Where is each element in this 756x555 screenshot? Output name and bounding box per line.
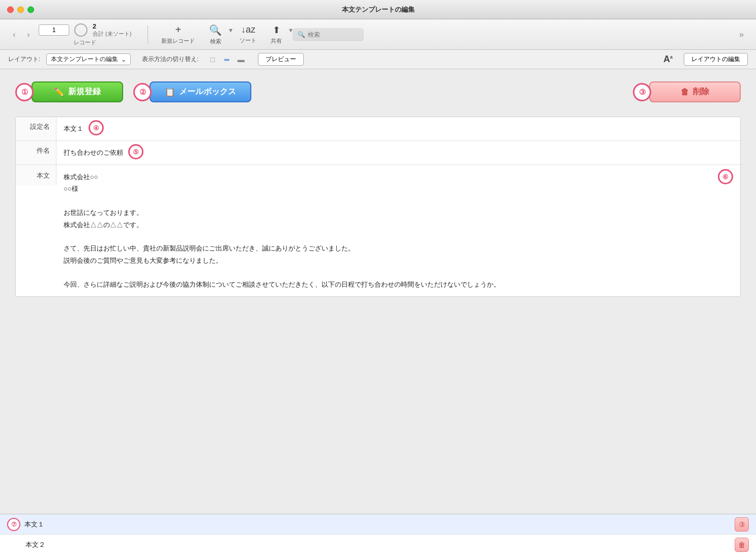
honbun-value: 株式会社○○ ○○様 お世話になっております。 株式会社△△の△△です。 さて、… — [64, 171, 713, 290]
share-icon: ⬆ — [273, 24, 280, 36]
list-item-1-delete-button[interactable]: ③ — [735, 517, 749, 532]
edit-layout-button[interactable]: レイアウトの編集 — [684, 53, 748, 66]
nav-prev-button[interactable]: ‹ — [8, 29, 20, 41]
view-table-button[interactable]: ▬ — [236, 54, 247, 65]
record-circle — [74, 23, 88, 37]
list-item-2[interactable]: 本文２ 🗑 — [0, 535, 756, 555]
share-label: 共有 — [271, 37, 282, 45]
honbun-label: 本文 — [16, 165, 56, 185]
badge-1: ① — [15, 83, 34, 101]
new-register-wrap: ① ✏️ 新規登録 — [15, 81, 123, 102]
field-badge-6: ⑥ — [718, 169, 733, 184]
honbun-value-cell: 株式会社○○ ○○様 お世話になっております。 株式会社△△の△△です。 さて、… — [56, 165, 740, 296]
new-record-label: 新規レコード — [161, 37, 195, 45]
share-button[interactable]: ⬆ 共有 — [264, 22, 289, 47]
search-icon: 🔍 — [209, 24, 222, 36]
sort-label: ソート — [240, 37, 256, 44]
layout-select-button[interactable]: 本文テンプレートの編集 ⌄ — [46, 53, 131, 65]
more-button[interactable]: » — [735, 28, 748, 41]
search-button[interactable]: 🔍 検索 — [202, 22, 229, 47]
badge-2: ② — [133, 83, 152, 101]
list-item-1-label: 本文１ — [24, 520, 735, 529]
kenmei-value-cell: 打ち合わせのご依頼 ⑤ — [56, 141, 740, 164]
trash-icon-small: ③ — [739, 520, 745, 529]
form-row-setsumeimei: 設定名 本文１ ④ — [16, 117, 740, 141]
view-list-button[interactable]: ═ — [221, 54, 232, 65]
preview-label: プレビュー — [266, 55, 296, 63]
setsumeimei-value: 本文１ — [64, 122, 83, 135]
toolbar-nav: ‹ › — [8, 29, 35, 41]
title-bar: 本文テンプレートの編集 — [0, 0, 756, 19]
layout-select-value: 本文テンプレートの編集 — [51, 55, 118, 64]
list-item-2-delete-button[interactable]: 🗑 — [735, 538, 749, 552]
preview-button[interactable]: プレビュー — [258, 53, 304, 66]
search-input[interactable] — [308, 31, 359, 38]
layout-bar: レイアウト: 本文テンプレートの編集 ⌄ 表示方法の切り替え: □ ═ ▬ プレ… — [0, 50, 756, 69]
new-register-label: 新規登録 — [68, 87, 101, 97]
delete-button[interactable]: 🗑 削除 — [649, 81, 741, 102]
trash-icon-small-2: 🗑 — [738, 541, 745, 549]
minimize-button[interactable] — [17, 6, 24, 13]
record-count-label: 合計 (未ソート) — [93, 30, 131, 38]
record-section: 2 合計 (未ソート) レコード — [39, 22, 131, 46]
window-controls — [7, 6, 34, 13]
form-section: 設定名 本文１ ④ 件名 打ち合わせのご依頼 ⑤ 本文 株式会社○○ ○○様 お… — [15, 117, 741, 297]
record-section-label: レコード — [74, 39, 96, 46]
badge-3: ③ — [633, 83, 651, 101]
search-dropdown-icon[interactable]: ▾ — [229, 26, 232, 34]
search-label: 検索 — [210, 38, 221, 45]
kenmei-value: 打ち合わせのご依頼 — [64, 146, 123, 159]
list-item-2-label: 本文２ — [25, 540, 735, 549]
window-title: 本文テンプレートの編集 — [342, 5, 415, 14]
plus-icon: + — [176, 24, 182, 36]
view-form-button[interactable]: □ — [207, 54, 218, 65]
list-item-badge-7: ⑦ — [7, 518, 20, 531]
sort-button[interactable]: ↓az ソート — [232, 22, 264, 46]
mailbox-wrap: ② 📋 メールボックス — [133, 81, 251, 102]
maximize-button[interactable] — [27, 6, 34, 13]
edit-layout-label: レイアウトの編集 — [691, 55, 740, 63]
mailbox-label: メールボックス — [179, 87, 236, 97]
form-row-kenmei: 件名 打ち合わせのご依頼 ⑤ — [16, 141, 740, 165]
mailbox-icon: 📋 — [165, 87, 175, 97]
sort-icon: ↓az — [241, 24, 255, 35]
layout-label: レイアウト: — [8, 55, 40, 64]
main-content: ① ✏️ 新規登録 ② 📋 メールボックス ③ 🗑 削除 — [0, 69, 756, 358]
field-badge-4: ④ — [89, 120, 104, 135]
field-badge-5: ⑤ — [128, 144, 143, 159]
new-register-button[interactable]: ✏️ 新規登録 — [32, 81, 123, 102]
setsumeimei-label: 設定名 — [16, 117, 56, 141]
form-row-honbun: 本文 株式会社○○ ○○様 お世話になっております。 株式会社△△の△△です。 … — [16, 165, 740, 296]
layout-select-chevron: ⌄ — [121, 56, 126, 63]
action-buttons: ① ✏️ 新規登録 ② 📋 メールボックス ③ 🗑 削除 — [15, 81, 741, 102]
pencil-icon: ✏️ — [54, 87, 64, 97]
delete-wrap: ③ 🗑 削除 — [633, 81, 741, 102]
view-switch-label: 表示方法の切り替え: — [142, 55, 198, 64]
list-item-1[interactable]: ⑦ 本文１ ③ — [0, 514, 756, 535]
search-box-icon: 🔍 — [298, 31, 305, 38]
kenmei-label: 件名 — [16, 141, 56, 164]
trash-icon: 🗑 — [681, 88, 689, 97]
share-dropdown-icon[interactable]: ▾ — [289, 26, 293, 34]
toolbar-divider-1 — [148, 25, 148, 44]
record-number-input[interactable] — [39, 24, 69, 36]
record-count: 2 — [93, 22, 96, 30]
nav-next-button[interactable]: › — [22, 29, 35, 41]
bottom-list: ⑦ 本文１ ③ 本文２ 🗑 — [0, 514, 756, 555]
mailbox-button[interactable]: 📋 メールボックス — [150, 81, 251, 102]
new-record-button[interactable]: + 新規レコード — [154, 22, 202, 47]
delete-label: 削除 — [693, 87, 709, 97]
search-box: 🔍 — [293, 28, 364, 41]
close-button[interactable] — [7, 6, 14, 13]
toolbar: ‹ › 2 合計 (未ソート) レコード + 新規レコード 🔍 検索 ▾ ↓az… — [0, 19, 756, 50]
setsumeimei-value-cell: 本文１ ④ — [56, 117, 740, 141]
font-icon: Aa — [663, 54, 673, 65]
